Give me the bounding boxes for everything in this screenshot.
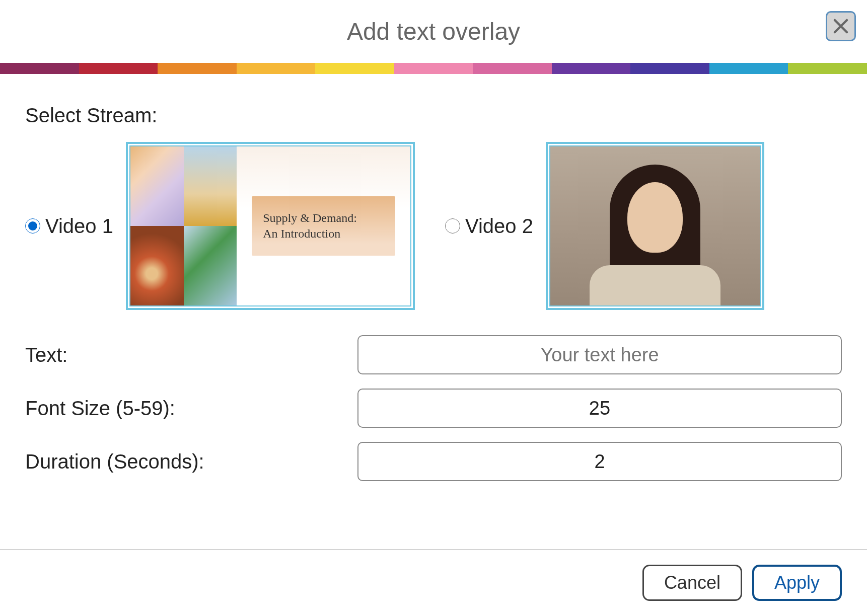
color-bar (0, 63, 867, 74)
duration-input[interactable] (357, 442, 842, 481)
thumb1-slide-title-2: An Introduction (263, 227, 340, 240)
close-button[interactable] (826, 11, 856, 41)
add-text-overlay-dialog: Add text overlay Select Stream: (0, 0, 867, 616)
thumb1-slide-title-1: Supply & Demand: (263, 211, 357, 224)
fontsize-input[interactable] (357, 389, 842, 428)
dialog-footer: Cancel Apply (0, 550, 867, 616)
close-icon (832, 17, 850, 35)
dialog-title: Add text overlay (347, 18, 520, 45)
select-stream-label: Select Stream: (25, 104, 842, 127)
video-2-thumbnail[interactable] (546, 142, 764, 310)
dialog-content: Select Stream: Video 1 (0, 74, 867, 549)
person-preview (580, 165, 731, 305)
cancel-button[interactable]: Cancel (642, 565, 742, 601)
video-1-thumbnail[interactable]: Supply & Demand:An Introduction (126, 142, 415, 310)
thumb-collage-tile (184, 146, 237, 226)
thumb-collage-tile (130, 226, 184, 305)
thumb-collage-tile (184, 226, 237, 305)
text-field-row: Text: (25, 335, 842, 374)
fontsize-label: Font Size (5-59): (25, 397, 357, 420)
thumb-collage-tile (130, 146, 184, 226)
duration-field-row: Duration (Seconds): (25, 442, 842, 481)
dialog-header: Add text overlay (0, 0, 867, 63)
stream-option-2: Video 2 (445, 142, 764, 310)
video-2-radio[interactable] (445, 218, 460, 234)
text-input[interactable] (357, 335, 842, 374)
video-1-radio[interactable] (25, 218, 40, 234)
video-2-label[interactable]: Video 2 (465, 215, 533, 238)
stream-option-1: Video 1 Supply & Demand:An Introduction (25, 142, 415, 310)
video-1-label[interactable]: Video 1 (45, 215, 113, 238)
apply-button[interactable]: Apply (752, 565, 842, 601)
fontsize-field-row: Font Size (5-59): (25, 389, 842, 428)
stream-selection-row: Video 1 Supply & Demand:An Introduction (25, 142, 842, 310)
duration-label: Duration (Seconds): (25, 450, 357, 473)
text-label: Text: (25, 344, 357, 366)
